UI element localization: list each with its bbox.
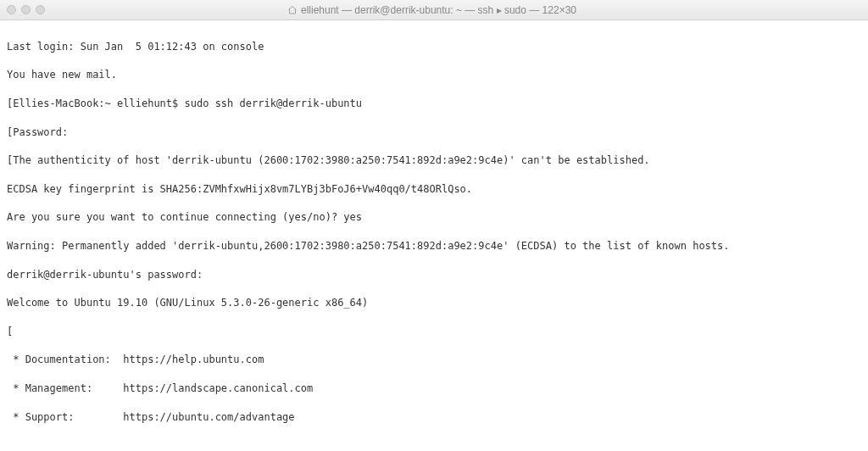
zoom-button[interactable] xyxy=(36,5,45,14)
terminal-line: [The authenticity of host 'derrik-ubuntu… xyxy=(7,153,861,168)
terminal-line: Last login: Sun Jan 5 01:12:43 on consol… xyxy=(7,40,861,54)
terminal-line: [ xyxy=(7,325,861,339)
terminal-line: You have new mail. xyxy=(7,68,861,82)
terminal-line: Welcome to Ubuntu 19.10 (GNU/Linux 5.3.0… xyxy=(7,296,861,310)
terminal-line: * Documentation: https://help.ubuntu.com xyxy=(7,353,861,367)
window-title: elliehunt — derrik@derrik-ubuntu: ~ — ss… xyxy=(301,4,576,16)
terminal-line: Are you sure you want to continue connec… xyxy=(7,210,861,225)
minimize-button[interactable] xyxy=(21,5,31,14)
traffic-lights xyxy=(7,5,45,14)
terminal-line: [Password: xyxy=(7,125,861,140)
terminal-line: Warning: Permanently added 'derrik-ubunt… xyxy=(7,239,861,253)
terminal-line: derrik@derrik-ubuntu's password: xyxy=(7,268,861,282)
terminal-line: ECDSA key fingerprint is SHA256:ZVMhfxwH… xyxy=(7,182,861,197)
home-icon xyxy=(287,5,298,15)
window-title-container: elliehunt — derrik@derrik-ubuntu: ~ — ss… xyxy=(45,4,819,16)
terminal-line: * Management: https://landscape.canonica… xyxy=(7,381,861,396)
close-button[interactable] xyxy=(7,5,16,14)
window-titlebar: elliehunt — derrik@derrik-ubuntu: ~ — ss… xyxy=(0,0,868,20)
terminal-line xyxy=(7,438,861,451)
terminal-line: [Ellies-MacBook:~ elliehunt$ sudo ssh de… xyxy=(7,97,861,111)
terminal-output[interactable]: Last login: Sun Jan 5 01:12:43 on consol… xyxy=(0,20,868,451)
terminal-line: * Support: https://ubuntu.com/advantage xyxy=(7,410,861,425)
